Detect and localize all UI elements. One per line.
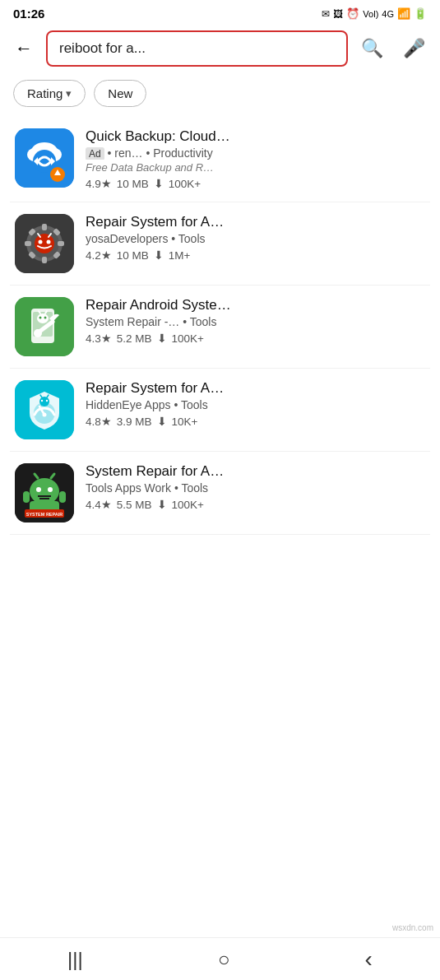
4g-icon: 4G	[382, 9, 394, 19]
svg-rect-13	[42, 257, 47, 263]
status-time: 01:26	[13, 7, 44, 21]
list-item[interactable]: Repair Android Syste… System Repair -… •…	[10, 286, 430, 369]
app-name: Quick Backup: Cloud…	[86, 128, 349, 145]
app-sub: Ad • ren… • Productivity	[86, 146, 349, 160]
msg-icon: ✉	[322, 8, 330, 20]
svg-point-20	[35, 234, 54, 253]
app-list: Quick Backup: Cloud… Ad • ren… • Product…	[0, 117, 440, 535]
app-sub: HiddenEye Apps • Tools	[86, 398, 349, 411]
app-name: System Repair for A…	[86, 463, 349, 480]
alarm-icon: ⏰	[346, 7, 359, 20]
app-rating: 4.8★	[86, 415, 112, 428]
app-rating: 4.2★	[86, 248, 112, 262]
svg-point-22	[47, 240, 51, 244]
app-icon-repairhiddeneye	[15, 380, 74, 439]
svg-point-47	[48, 487, 53, 492]
app-rating: 4.9★	[86, 177, 112, 190]
back-button[interactable]: ←	[8, 35, 39, 63]
filter-row: Rating ▾ New	[0, 73, 440, 117]
list-item[interactable]: Repair System for A… HiddenEye Apps • To…	[10, 369, 430, 452]
rating-filter-chip[interactable]: Rating ▾	[13, 80, 86, 107]
svg-point-46	[36, 487, 41, 492]
new-filter-label: New	[108, 86, 132, 100]
app-info-repairsystem: Repair System for A… yosaDevelopers • To…	[86, 214, 425, 262]
status-icons: ✉ 🖼 ⏰ Vol) 4G 📶 🔋	[322, 7, 427, 20]
app-meta: 4.4★ 5.5 MB ⬇ 100K+	[86, 498, 425, 511]
app-tagline: Free Data Backup and R…	[86, 161, 349, 174]
app-name: Repair System for A…	[86, 380, 349, 397]
app-downloads: 1M+	[169, 249, 191, 262]
app-sub: System Repair -… • Tools	[86, 315, 349, 328]
download-icon: ⬇	[154, 177, 164, 190]
svg-point-39	[39, 397, 49, 406]
svg-point-40	[41, 400, 43, 402]
ad-badge: Ad	[86, 147, 104, 160]
svg-point-21	[39, 240, 43, 244]
nav-bar: ||| ○ ‹	[0, 937, 440, 980]
app-sub: yosaDevelopers • Tools	[86, 232, 349, 245]
mic-button[interactable]: 🎤	[396, 35, 432, 63]
nav-menu-button[interactable]: |||	[51, 941, 100, 978]
rating-filter-arrow: ▾	[66, 87, 72, 100]
image-icon: 🖼	[333, 8, 343, 20]
svg-rect-52	[23, 491, 30, 503]
svg-point-38	[43, 413, 47, 417]
app-size: 10 MB	[117, 249, 149, 262]
status-bar: 01:26 ✉ 🖼 ⏰ Vol) 4G 📶 🔋	[0, 0, 440, 24]
battery-icon: 🔋	[414, 7, 427, 20]
app-meta: 4.3★ 5.2 MB ⬇ 100K+	[86, 332, 425, 345]
svg-rect-15	[58, 241, 64, 246]
app-meta: 4.8★ 3.9 MB ⬇ 10K+	[86, 415, 425, 428]
svg-point-41	[46, 400, 48, 402]
app-size: 5.5 MB	[117, 499, 152, 511]
nav-back-button[interactable]: ‹	[349, 940, 389, 979]
app-icon-repairandroid	[15, 297, 74, 356]
app-size: 3.9 MB	[117, 416, 152, 428]
search-bar-row: ← reiboot for a... 🔍 🎤	[0, 24, 440, 73]
svg-rect-53	[59, 491, 66, 503]
app-size: 10 MB	[117, 178, 149, 190]
search-input-text: reiboot for a...	[59, 40, 146, 57]
download-icon: ⬇	[157, 415, 167, 428]
svg-point-30	[37, 314, 49, 323]
list-item[interactable]: Repair System for A… yosaDevelopers • To…	[10, 202, 430, 286]
app-meta: 4.9★ 10 MB ⬇ 100K+	[86, 177, 425, 190]
app-icon-repairsystem	[15, 214, 74, 273]
svg-text:SYSTEM REPAIR: SYSTEM REPAIR	[26, 512, 63, 517]
app-downloads: 10K+	[172, 416, 198, 428]
app-info-repairandroid: Repair Android Syste… System Repair -… •…	[86, 297, 425, 345]
app-rating: 4.3★	[86, 332, 112, 345]
app-name: Repair Android Syste…	[86, 297, 349, 314]
download-icon: ⬇	[154, 248, 164, 262]
download-icon: ⬇	[157, 332, 167, 345]
svg-point-45	[30, 478, 59, 504]
watermark: wsxdn.com	[392, 923, 433, 932]
svg-point-29	[34, 329, 42, 337]
app-downloads: 100K+	[172, 332, 204, 345]
svg-rect-14	[25, 241, 31, 246]
signal-icon: 📶	[397, 7, 410, 20]
vol-icon: Vol)	[363, 9, 378, 19]
app-info-repairhiddeneye: Repair System for A… HiddenEye Apps • To…	[86, 380, 425, 428]
app-sub: Tools Apps Work • Tools	[86, 481, 349, 495]
download-icon: ⬇	[157, 498, 167, 511]
search-input-wrapper[interactable]: reiboot for a...	[46, 30, 348, 67]
app-downloads: 100K+	[169, 178, 201, 190]
svg-rect-12	[42, 224, 47, 230]
list-item[interactable]: Quick Backup: Cloud… Ad • ren… • Product…	[10, 117, 430, 202]
svg-point-31	[39, 317, 42, 319]
rating-filter-label: Rating	[27, 86, 63, 100]
app-info-quickbackup: Quick Backup: Cloud… Ad • ren… • Product…	[86, 128, 425, 190]
list-item[interactable]: SYSTEM REPAIR System Repair for A… Tools…	[10, 452, 430, 535]
app-icon-systemrepair: SYSTEM REPAIR	[15, 463, 74, 523]
app-downloads: 100K+	[172, 499, 204, 511]
app-info-systemrepair: System Repair for A… Tools Apps Work • T…	[86, 463, 425, 511]
new-filter-chip[interactable]: New	[94, 80, 146, 107]
app-name: Repair System for A…	[86, 214, 349, 230]
app-icon-quickbackup	[15, 128, 74, 188]
app-size: 5.2 MB	[117, 332, 152, 345]
app-meta: 4.2★ 10 MB ⬇ 1M+	[86, 248, 425, 262]
svg-point-32	[44, 317, 47, 319]
search-button[interactable]: 🔍	[354, 35, 390, 63]
nav-home-button[interactable]: ○	[201, 941, 247, 978]
